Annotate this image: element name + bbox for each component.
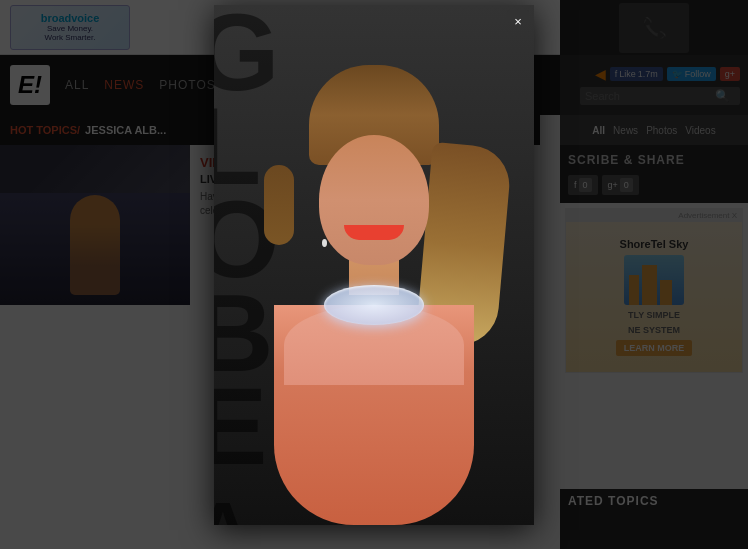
hair-left bbox=[264, 165, 294, 245]
face bbox=[319, 135, 429, 265]
modal-overlay: × GLOBE A WARD bbox=[0, 0, 748, 549]
modal-close-button[interactable]: × bbox=[507, 10, 529, 32]
modal-image: GLOBE A WARD bbox=[214, 5, 534, 525]
award-background-text: GLOBE A WARD bbox=[214, 5, 275, 525]
necklace bbox=[324, 285, 424, 325]
photo-modal: × GLOBE A WARD bbox=[214, 5, 534, 525]
earring bbox=[322, 239, 327, 247]
dress bbox=[274, 305, 474, 525]
